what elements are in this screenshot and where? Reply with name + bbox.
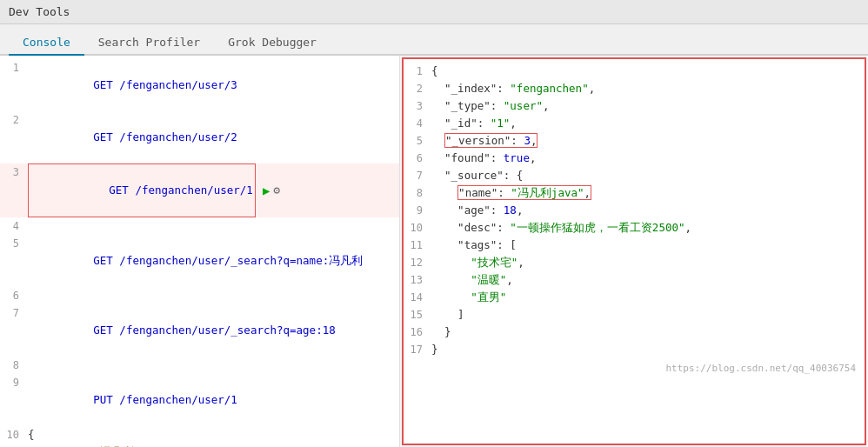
table-row: 10 { [0,426,399,444]
table-row: 5 GET /fenganchen/user/_search?q=name:冯凡… [0,235,399,287]
table-row: 5 "_version": 3, [404,132,865,150]
table-row: 17 } [404,341,865,358]
table-row: 11 "name": "冯凡利123", [0,444,399,447]
left-code-area: 1 GET /fenganchen/user/3 2 GET /fenganch… [0,56,399,447]
tab-bar: Console Search Profiler Grok Debugger [0,24,868,56]
table-row: 6 [0,287,399,304]
table-row: 13 "温暖", [404,271,865,289]
table-row: 8 [0,357,399,374]
table-row: 1 { [404,63,865,80]
main-content: 1 GET /fenganchen/user/3 2 GET /fenganch… [0,56,868,447]
run-icon[interactable]: ▶ [263,182,270,199]
table-row: 15 ] [404,306,865,324]
title-bar: Dev Tools [0,0,868,24]
table-row: 4 [0,217,399,235]
table-row: 7 "_source": { [404,167,865,184]
right-panel: 1 { 2 "_index": "fenganchen", 3 "_type":… [402,57,866,445]
table-row: 4 "_id": "1", [404,115,865,132]
version-highlight: "_version": 3, [444,133,537,148]
table-row: 14 "直男" [404,289,865,306]
table-row: 9 PUT /fenganchen/user/1 [0,374,399,426]
settings-icon[interactable]: ⚙ [273,182,280,199]
table-row: 12 "技术宅", [404,254,865,271]
tab-grok-debugger[interactable]: Grok Debugger [214,30,331,56]
table-row: 3 "_type": "user", [404,97,865,115]
table-row: 16 } [404,324,865,341]
table-row: 11 "tags": [ [404,237,865,254]
table-row: 2 "_index": "fenganchen", [404,80,865,97]
tab-console[interactable]: Console [9,30,84,56]
left-panel: 1 GET /fenganchen/user/3 2 GET /fenganch… [0,56,400,447]
table-row: 7 GET /fenganchen/user/_search?q=age:18 [0,304,399,357]
table-row: 10 "desc": "一顿操作猛如虎，一看工资2500", [404,219,865,237]
right-panel-inner: 1 { 2 "_index": "fenganchen", 3 "_type":… [404,59,865,362]
table-row: 6 "found": true, [404,150,865,167]
name-highlight: "name": "冯凡利java", [457,185,591,200]
table-row: 9 "age": 18, [404,202,865,219]
table-row: 3 GET /fenganchen/user/1 ▶ ⚙ [0,163,399,217]
table-row: 8 "name": "冯凡利java", [404,184,865,202]
watermark: https://blog.csdn.net/qq_40036754 [665,363,856,374]
title-text: Dev Tools [9,5,70,18]
tab-search-profiler[interactable]: Search Profiler [84,30,214,56]
table-row: 2 GET /fenganchen/user/2 [0,111,399,163]
table-row: 1 GET /fenganchen/user/3 [0,59,399,111]
